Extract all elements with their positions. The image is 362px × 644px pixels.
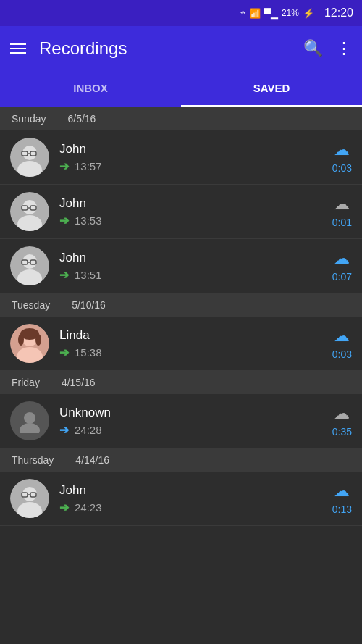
- battery-level: 21%: [282, 8, 299, 18]
- avatar: [10, 138, 49, 177]
- tabs: INBOX SAVED: [0, 71, 362, 107]
- status-bar: ⌖ 📶 ▀▁ 21% ⚡ 12:20: [0, 0, 362, 26]
- cloud-icon: ☁: [334, 327, 350, 346]
- tab-inbox[interactable]: INBOX: [0, 71, 181, 107]
- contact-name: Unknown: [59, 406, 332, 420]
- list-item[interactable]: John ➔ 13:51 ☁ 0:07: [0, 239, 362, 293]
- svg-point-24: [24, 412, 35, 424]
- cloud-icon: ☁: [334, 141, 350, 159]
- cloud-icon: ☁: [334, 195, 350, 214]
- hamburger-line-1: [10, 43, 26, 45]
- contact-name: Linda: [59, 328, 332, 343]
- list-item[interactable]: John ➔ 13:57 ☁ 0:03: [0, 130, 362, 185]
- hamburger-line-2: [10, 48, 26, 49]
- call-time: 13:51: [75, 269, 102, 281]
- item-info: Unknown ➔ 24:28: [59, 406, 332, 437]
- call-time: 13:53: [75, 214, 102, 227]
- page-title: Recordings: [39, 38, 303, 59]
- time-row: ➔ 24:23: [59, 501, 332, 514]
- avatar: [10, 479, 49, 518]
- direction-icon: ➔: [59, 346, 69, 359]
- cloud-status: ☁ 0:01: [332, 195, 352, 228]
- recordings-list: Sunday 6/5/16 John ➔ 13:57 ☁ 0:03: [0, 107, 362, 526]
- section-day-4: Thursday: [12, 454, 54, 466]
- svg-point-13: [22, 254, 37, 269]
- duration: 0:03: [332, 162, 352, 174]
- section-day-1: Sunday: [12, 113, 46, 125]
- section-day-3: Friday: [12, 377, 40, 388]
- call-time: 15:38: [75, 346, 102, 359]
- section-header-4: Thursday 4/14/16: [0, 448, 362, 472]
- svg-point-25: [20, 423, 40, 433]
- list-item[interactable]: John ➔ 13:53 ☁ 0:01: [0, 185, 362, 239]
- section-date-2: 5/10/16: [72, 299, 106, 311]
- avatar: [10, 246, 49, 285]
- item-info: John ➔ 13:51: [59, 251, 332, 282]
- status-icons: ⌖ 📶 ▀▁ 21% ⚡: [240, 7, 314, 19]
- duration: 0:03: [332, 348, 352, 360]
- contact-name: John: [59, 483, 332, 498]
- direction-icon: ➔: [59, 214, 69, 227]
- toolbar: Recordings 🔍 ⋮: [0, 26, 362, 71]
- item-info: Linda ➔ 15:38: [59, 328, 332, 359]
- svg-point-27: [22, 487, 37, 501]
- svg-point-22: [18, 334, 24, 346]
- contact-name: John: [59, 251, 332, 265]
- section-header-2: Tuesday 5/10/16: [0, 293, 362, 317]
- duration: 0:01: [332, 217, 352, 228]
- direction-icon: ➔: [59, 159, 69, 173]
- cloud-icon: ☁: [334, 404, 350, 423]
- hamburger-line-3: [10, 52, 26, 54]
- cloud-status: ☁ 0:07: [332, 249, 352, 283]
- section-day-2: Tuesday: [12, 299, 50, 311]
- section-header-1: Sunday 6/5/16: [0, 107, 362, 130]
- direction-icon: ➔: [59, 268, 69, 282]
- call-time: 13:57: [75, 160, 102, 172]
- toolbar-actions: 🔍 ⋮: [303, 39, 352, 58]
- svg-point-23: [35, 334, 41, 346]
- section-date-3: 4/15/16: [62, 377, 96, 388]
- list-item[interactable]: Linda ➔ 15:38 ☁ 0:03: [0, 317, 362, 371]
- cloud-status: ☁ 0:13: [332, 482, 352, 515]
- avatar: [10, 401, 49, 440]
- charging-icon: ⚡: [303, 8, 314, 19]
- duration: 0:35: [332, 426, 352, 438]
- cloud-status: ☁ 0:03: [332, 327, 352, 360]
- time-row: ➔ 13:53: [59, 214, 332, 227]
- item-info: John ➔ 13:57: [59, 142, 332, 173]
- direction-icon: ➔: [59, 501, 69, 514]
- section-date-4: 4/14/16: [75, 454, 109, 466]
- svg-point-1: [22, 146, 37, 160]
- status-time: 12:20: [324, 7, 353, 20]
- section-header-3: Friday 4/15/16: [0, 371, 362, 394]
- direction-icon: ➔: [59, 423, 69, 437]
- svg-point-7: [22, 200, 37, 214]
- wifi-icon: 📶: [249, 8, 261, 19]
- time-row: ➔ 13:57: [59, 159, 332, 173]
- call-time: 24:28: [75, 424, 102, 436]
- section-date-1: 6/5/16: [67, 113, 96, 125]
- contact-name: John: [59, 196, 332, 211]
- signal-icon: ▀▁: [264, 8, 278, 19]
- bluetooth-icon: ⌖: [240, 7, 245, 19]
- time-row: ➔ 15:38: [59, 346, 332, 359]
- duration: 0:13: [332, 503, 352, 515]
- cloud-status: ☁ 0:35: [332, 404, 352, 438]
- time-row: ➔ 13:51: [59, 268, 332, 282]
- search-button[interactable]: 🔍: [303, 39, 323, 58]
- menu-button[interactable]: [10, 43, 26, 54]
- more-options-button[interactable]: ⋮: [336, 39, 352, 58]
- avatar: [10, 324, 49, 363]
- duration: 0:07: [332, 271, 352, 283]
- tab-saved[interactable]: SAVED: [181, 71, 362, 107]
- cloud-status: ☁ 0:03: [332, 141, 352, 174]
- list-item[interactable]: John ➔ 24:23 ☁ 0:13: [0, 472, 362, 526]
- list-item[interactable]: Unknown ➔ 24:28 ☁ 0:35: [0, 394, 362, 448]
- item-info: John ➔ 13:53: [59, 196, 332, 227]
- cloud-icon: ☁: [334, 249, 350, 268]
- call-time: 24:23: [75, 501, 102, 514]
- item-info: John ➔ 24:23: [59, 483, 332, 514]
- time-row: ➔ 24:28: [59, 423, 332, 437]
- contact-name: John: [59, 142, 332, 156]
- cloud-icon: ☁: [334, 482, 350, 501]
